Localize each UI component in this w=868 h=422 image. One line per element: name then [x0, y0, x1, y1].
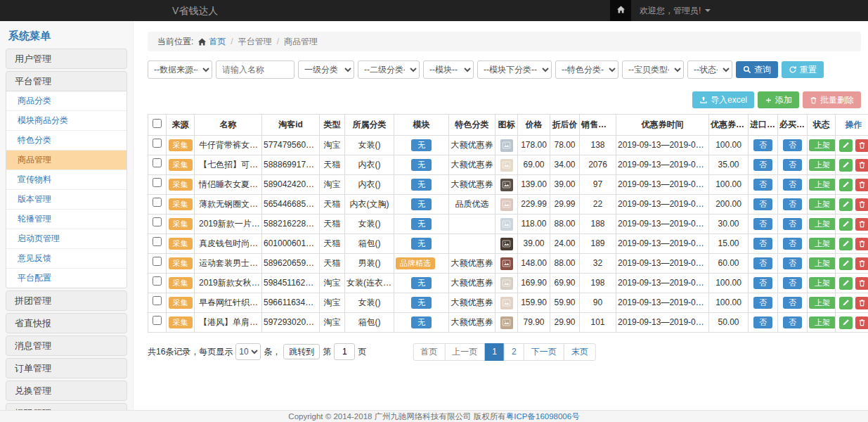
sidebar-item[interactable]: 启动页管理: [6, 229, 127, 249]
breadcrumb-home-link[interactable]: 首页: [197, 37, 226, 46]
select-all-checkbox[interactable]: [153, 119, 162, 128]
sidebar-group[interactable]: 订单管理: [6, 358, 127, 378]
add-button[interactable]: 添加: [758, 91, 799, 108]
module-badge[interactable]: 无: [411, 238, 432, 250]
module-badge[interactable]: 无: [411, 297, 432, 309]
sidebar-item-active[interactable]: 商品管理: [6, 151, 127, 170]
page-button[interactable]: 下一页: [524, 343, 564, 361]
sidebar-item[interactable]: 意见反馈: [6, 249, 127, 269]
imported-toggle-button[interactable]: 否: [753, 179, 772, 191]
batch-delete-button[interactable]: 批量删除: [803, 91, 861, 108]
imported-toggle-button[interactable]: 否: [753, 238, 772, 250]
filter-level2-category[interactable]: --二级分类--: [358, 60, 420, 79]
sidebar-group[interactable]: 用户管理: [6, 49, 127, 69]
delete-button[interactable]: [855, 159, 868, 172]
edit-button[interactable]: [839, 257, 853, 270]
imported-toggle-button[interactable]: 否: [753, 218, 772, 230]
sidebar-item[interactable]: 宣传物料: [6, 170, 127, 190]
status-button[interactable]: 上架: [809, 198, 836, 210]
search-button[interactable]: 查询: [736, 61, 778, 78]
module-badge[interactable]: 无: [411, 159, 432, 171]
sidebar-item[interactable]: 版本管理: [6, 190, 127, 210]
module-badge[interactable]: 无: [411, 179, 432, 191]
filter-data-source[interactable]: --数据来源--: [148, 60, 212, 79]
must-buy-toggle-button[interactable]: 否: [783, 159, 802, 171]
sidebar-group[interactable]: 消息管理: [6, 335, 127, 356]
imported-toggle-button[interactable]: 否: [753, 198, 772, 210]
row-checkbox[interactable]: [153, 158, 162, 167]
page-button[interactable]: 上一页: [444, 343, 485, 361]
delete-button[interactable]: [855, 179, 868, 191]
must-buy-toggle-button[interactable]: 否: [783, 139, 802, 151]
sidebar-group[interactable]: 拼团管理: [6, 290, 127, 311]
row-checkbox[interactable]: [153, 257, 162, 266]
page-size-select[interactable]: 10: [235, 343, 261, 360]
delete-button[interactable]: [855, 198, 868, 211]
page-button[interactable]: 末页: [564, 343, 596, 361]
row-checkbox[interactable]: [153, 217, 162, 226]
status-button[interactable]: 上架: [809, 238, 836, 250]
sidebar-item[interactable]: 模块商品分类: [6, 111, 127, 131]
must-buy-toggle-button[interactable]: 否: [783, 316, 802, 328]
delete-button[interactable]: [855, 297, 868, 309]
icp-link[interactable]: 粤ICP备16098006号: [506, 411, 580, 422]
must-buy-toggle-button[interactable]: 否: [783, 179, 802, 191]
filter-level1-category[interactable]: 一级分类: [298, 60, 354, 79]
must-buy-toggle-button[interactable]: 否: [783, 218, 802, 230]
home-button[interactable]: [610, 0, 631, 21]
row-checkbox[interactable]: [153, 237, 162, 246]
module-badge[interactable]: 无: [411, 139, 432, 151]
module-badge[interactable]: 品牌精选: [396, 257, 435, 269]
delete-button[interactable]: [855, 218, 868, 231]
status-button[interactable]: 上架: [809, 159, 836, 171]
must-buy-toggle-button[interactable]: 否: [783, 277, 802, 289]
imported-toggle-button[interactable]: 否: [753, 297, 772, 309]
status-button[interactable]: 上架: [809, 316, 836, 328]
imported-toggle-button[interactable]: 否: [753, 316, 772, 328]
reset-button[interactable]: 重置: [782, 61, 824, 78]
module-badge[interactable]: 无: [411, 198, 432, 210]
filter-status[interactable]: --状态--: [687, 60, 732, 79]
delete-button[interactable]: [855, 316, 868, 329]
module-badge[interactable]: 无: [411, 316, 432, 328]
name-search-input[interactable]: [216, 60, 294, 79]
delete-button[interactable]: [855, 277, 868, 290]
jump-page-input[interactable]: [334, 343, 355, 360]
row-checkbox[interactable]: [153, 139, 162, 148]
filter-module[interactable]: --模块--: [423, 60, 474, 79]
sidebar-item[interactable]: 商品分类: [6, 91, 127, 111]
imported-toggle-button[interactable]: 否: [753, 257, 772, 269]
page-button[interactable]: 首页: [413, 343, 445, 361]
imported-toggle-button[interactable]: 否: [753, 159, 772, 171]
row-checkbox[interactable]: [153, 198, 162, 207]
filter-featured-category[interactable]: --特色分类--: [555, 60, 618, 79]
imported-toggle-button[interactable]: 否: [753, 139, 772, 151]
sidebar-item[interactable]: 轮播管理: [6, 210, 127, 229]
delete-button[interactable]: [855, 139, 868, 152]
edit-button[interactable]: [839, 179, 853, 191]
edit-button[interactable]: [839, 316, 853, 329]
row-checkbox[interactable]: [153, 276, 162, 286]
module-badge[interactable]: 无: [411, 218, 432, 230]
must-buy-toggle-button[interactable]: 否: [783, 238, 802, 250]
edit-button[interactable]: [839, 277, 853, 290]
edit-button[interactable]: [839, 297, 853, 309]
page-button[interactable]: 2: [504, 343, 524, 361]
edit-button[interactable]: [839, 218, 853, 231]
sidebar-group[interactable]: 省直快报: [6, 313, 127, 333]
import-excel-button[interactable]: 导入excel: [692, 91, 754, 108]
jump-button[interactable]: 跳转到: [283, 344, 320, 359]
status-button[interactable]: 上架: [809, 179, 836, 191]
page-button[interactable]: 1: [484, 343, 505, 361]
row-checkbox[interactable]: [153, 296, 162, 305]
imported-toggle-button[interactable]: 否: [753, 277, 772, 289]
edit-button[interactable]: [839, 159, 853, 172]
must-buy-toggle-button[interactable]: 否: [783, 198, 802, 210]
delete-button[interactable]: [855, 257, 868, 270]
status-button[interactable]: 上架: [809, 297, 836, 309]
edit-button[interactable]: [839, 198, 853, 211]
filter-module-subcategory[interactable]: --模块下分类--: [477, 60, 552, 79]
sidebar-item[interactable]: 特色分类: [6, 131, 127, 151]
status-button[interactable]: 上架: [809, 277, 836, 289]
edit-button[interactable]: [839, 139, 853, 152]
